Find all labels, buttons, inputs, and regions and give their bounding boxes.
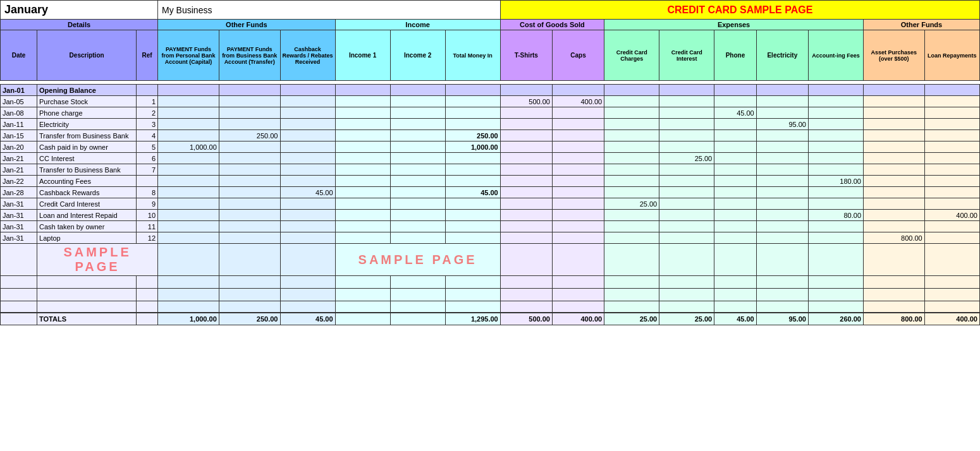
col-pay-business: PAYMENT Funds from Business Bank Account… — [219, 30, 280, 81]
sample-row: SAMPLE PAGESAMPLE PAGE — [1, 244, 980, 276]
col-tshirts: T-Shirts — [500, 30, 552, 81]
col-date: Date — [1, 30, 37, 81]
col-cc-interest: Credit Card Interest — [659, 30, 714, 81]
table-row: Jan-21CC Interest625.00 — [1, 153, 980, 164]
section-cogs: Cost of Goods Sold — [500, 20, 604, 30]
sample-row — [1, 276, 980, 289]
col-loan: Loan Repayments — [924, 30, 979, 81]
section-other-funds2: Other Funds — [864, 20, 980, 30]
table-row: Jan-21Transfer to Business Bank7 — [1, 164, 980, 176]
col-income1: Income 1 — [335, 30, 390, 81]
table-row: Jan-28Cashback Rewards845.0045.00 — [1, 187, 980, 198]
month-title: January — [1, 1, 158, 20]
col-caps: Caps — [552, 30, 604, 81]
col-cashback: Cashback Rewards / Rebates Received — [280, 30, 335, 81]
col-description: Description — [37, 30, 137, 81]
business-title: My Business — [158, 1, 501, 20]
blank-row — [1, 301, 980, 313]
totals-row: TOTALS1,000.00250.0045.001,295.00500.004… — [1, 313, 980, 325]
col-income2: Income 2 — [390, 30, 445, 81]
col-total-money: Total Money In — [445, 30, 500, 81]
sample-row — [1, 289, 980, 301]
col-cc-charges: Credit Card Charges — [604, 30, 659, 81]
col-electricity: Electricity — [756, 30, 808, 81]
table-row: Jan-08Phone charge245.00 — [1, 107, 980, 119]
section-details: Details — [1, 20, 158, 30]
table-row: Jan-31Cash taken by owner11 — [1, 221, 980, 232]
table-row: Jan-15Transfer from Business Bank4250.00… — [1, 130, 980, 141]
col-header-row: Date Description Ref PAYMENT Funds from … — [1, 30, 980, 81]
col-pay-personal: PAYMENT Funds from Personal Bank Account… — [158, 30, 219, 81]
section-income: Income — [335, 20, 500, 30]
title-row: January My Business CREDIT CARD SAMPLE P… — [1, 1, 980, 20]
section-header-row: Details Other Funds Income Cost of Goods… — [1, 20, 980, 30]
section-other-funds: Other Funds — [158, 20, 335, 30]
table-row: Jan-01Opening Balance — [1, 85, 980, 96]
col-ref: Ref — [137, 30, 158, 81]
table-row: Jan-22Accounting Fees180.00 — [1, 176, 980, 187]
table-row: Jan-31Loan and Interest Repaid1080.00400… — [1, 210, 980, 221]
table-row: Jan-31Credit Card Interest925.00 — [1, 198, 980, 210]
table-row: Jan-05Purchase Stock1500.00400.00 — [1, 96, 980, 107]
section-expenses: Expenses — [604, 20, 864, 30]
col-phone: Phone — [714, 30, 757, 81]
col-accounting: Account-ing Fees — [808, 30, 863, 81]
col-asset: Asset Purchases (over $500) — [864, 30, 925, 81]
credit-title: CREDIT CARD SAMPLE PAGE — [500, 1, 979, 20]
table-row: Jan-11Electricity395.00 — [1, 119, 980, 130]
table-row: Jan-31Laptop12800.00 — [1, 232, 980, 244]
table-row: Jan-20Cash paid in by owner51,000.001,00… — [1, 141, 980, 153]
